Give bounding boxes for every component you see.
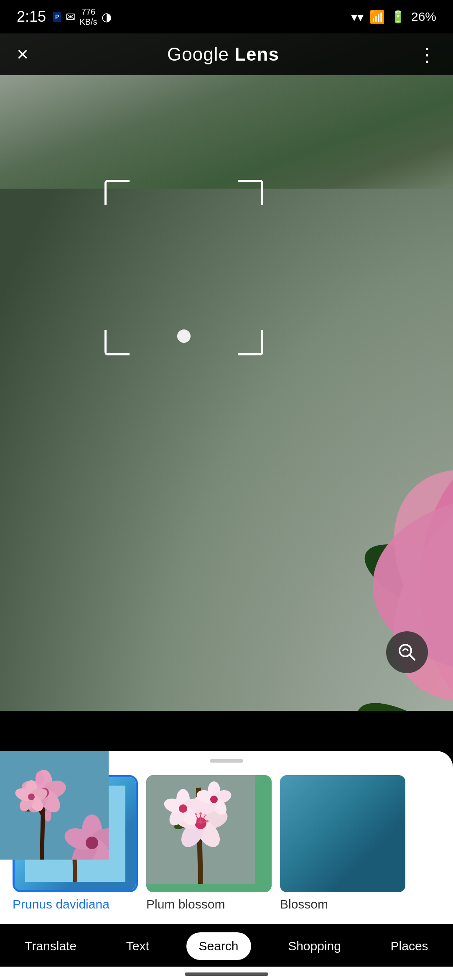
paytm-icon: P — [53, 12, 61, 22]
top-bar: × Google Lens ⋮ — [0, 33, 453, 75]
result-image-3 — [280, 775, 405, 892]
result-label-3: Blossom — [280, 897, 328, 911]
status-bar: 2:15 P ✉ 776KB/s ◑ ▾▾ 📶 🔋 26% — [0, 0, 453, 33]
result-label-1: Prunus davidiana — [13, 897, 109, 911]
app-title: Google Lens — [167, 44, 279, 65]
svg-point-91 — [199, 812, 202, 815]
nav-shopping[interactable]: Shopping — [275, 932, 354, 960]
result-flower-2 — [146, 775, 255, 884]
result-image-2 — [146, 775, 272, 892]
battery-icon: 🔋 — [391, 10, 405, 24]
lens-search-icon — [395, 641, 419, 664]
result-item-3[interactable]: Blossom — [280, 775, 405, 911]
bottom-sheet: Prunus davidiana — [0, 751, 453, 980]
result-label-2: Plum blossom — [146, 897, 225, 911]
signal-icon: 📶 — [369, 10, 385, 24]
close-button[interactable]: × — [17, 44, 28, 64]
nav-text[interactable]: Text — [114, 932, 162, 960]
result-image-wrap-2[interactable] — [146, 775, 272, 892]
battery-percent: 26% — [411, 10, 436, 24]
camera-scene-svg — [0, 84, 453, 711]
svg-line-44 — [410, 655, 415, 660]
status-left: 2:15 P ✉ 776KB/s ◑ — [17, 7, 112, 27]
more-options-button[interactable]: ⋮ — [418, 44, 436, 65]
svg-rect-0 — [0, 189, 453, 711]
status-right: ▾▾ 📶 🔋 26% — [351, 10, 436, 24]
results-grid: Prunus davidiana — [0, 775, 453, 924]
nav-translate[interactable]: Translate — [12, 932, 89, 960]
wifi-icon: ▾▾ — [351, 10, 364, 24]
status-icons-left: P ✉ 776KB/s ◑ — [53, 7, 112, 27]
lens-search-button[interactable] — [386, 631, 428, 673]
svg-point-97 — [179, 804, 187, 813]
result-image-wrap-3[interactable] — [280, 775, 405, 892]
dot-icon: ◑ — [102, 10, 112, 24]
app-title-google: Google — [167, 44, 234, 64]
status-time: 2:15 — [17, 8, 46, 26]
home-indicator — [185, 972, 268, 976]
email-icon: ✉ — [66, 10, 75, 24]
camera-background — [0, 0, 453, 711]
camera-area — [0, 0, 453, 711]
nav-search[interactable]: Search — [186, 932, 251, 960]
sheet-handle — [210, 759, 243, 763]
nav-places[interactable]: Places — [378, 932, 441, 960]
svg-point-89 — [206, 820, 209, 822]
result-item-2[interactable]: Plum blossom — [146, 775, 272, 911]
bottom-nav: Translate Text Search Shopping Places — [0, 924, 453, 967]
app-title-lens: Lens — [234, 44, 279, 64]
network-speed: 776KB/s — [79, 7, 97, 27]
svg-point-103 — [210, 796, 218, 803]
